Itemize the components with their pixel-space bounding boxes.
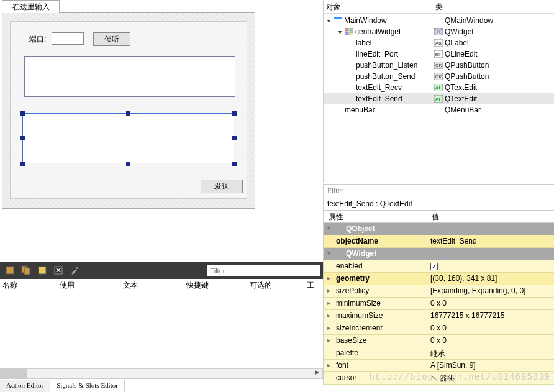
prop-expand-icon[interactable]: ▸ [324,335,334,347]
object-name: menuBar [345,106,375,114]
action-filter-input[interactable] [207,265,320,276]
prop-value[interactable]: A [SimSun, 9] [427,360,554,371]
prop-expand-icon[interactable]: ▸ [324,285,334,297]
port-label: 端口: [29,34,46,45]
prop-expand-icon[interactable]: ▸ [324,273,334,285]
resize-handle[interactable] [232,136,237,140]
tree-row[interactable]: menuBarQMenuBar [324,104,554,116]
property-row[interactable]: cursor↖ 箭头 [324,372,554,385]
property-row[interactable]: ▸geometry[(30, 160), 341 x 81] [324,273,554,285]
tree-expand-icon[interactable]: ▾ [327,17,334,24]
col-optional[interactable]: 可选的 [250,279,307,291]
property-row[interactable]: objectNametextEdit_Send [324,235,554,248]
property-row[interactable]: ▾QObject [324,223,554,235]
send-button[interactable]: 发送 [201,180,243,193]
resize-handle[interactable] [20,162,25,166]
prop-value[interactable]: [Expanding, Expanding, 0, 0] [427,285,554,297]
prop-expand-icon[interactable]: ▸ [324,310,334,322]
resize-handle[interactable] [126,111,130,116]
resize-handle[interactable] [20,136,25,140]
svg-text:OK: OK [435,75,442,79]
textedit-send[interactable] [22,113,234,163]
form-designer: 在这里输入 端口: 侦听 发送 [0,0,323,248]
prop-value[interactable]: textEdit_Send [427,235,554,247]
property-row[interactable]: palette继承 [324,347,554,360]
tree-row[interactable]: textEdit_SendAIQTextEdit [324,93,554,104]
property-filter-input[interactable]: Filter [324,185,554,198]
scroll-right-icon[interactable]: ▶ [312,369,322,378]
tree-row[interactable]: ▾MainWindowQMainWindow [324,15,554,26]
property-row[interactable]: ▾QWidget [324,248,554,260]
svg-text:abI: abI [435,52,441,57]
prop-value[interactable]: 继承 [427,347,554,359]
settings-icon[interactable] [70,265,79,275]
new-action-icon[interactable] [5,265,15,275]
class-icon: AI [434,94,443,103]
property-row[interactable]: ▸maximumSize16777215 x 16777215 [324,310,554,322]
tree-row[interactable]: pushButton_ListenOKQPushButton [324,60,554,71]
resize-handle[interactable] [232,162,237,166]
inspector-col-object[interactable]: 对象 [326,2,435,11]
listen-button[interactable]: 侦听 [93,32,130,46]
prop-expand-icon[interactable] [324,372,334,384]
prop-expand-icon[interactable]: ▸ [324,322,334,334]
prop-expand-icon[interactable] [324,260,334,272]
prop-value[interactable]: 16777215 x 16777215 [427,310,554,322]
textedit-recv[interactable] [24,56,235,97]
prop-value[interactable]: 0 x 0 [427,298,554,309]
bottom-tabs: Action Editor Signals & Slots Editor [0,380,323,392]
tree-expand-icon[interactable]: ▾ [338,29,345,35]
property-row[interactable]: ▸fontA [SimSun, 9] [324,360,554,372]
tree-row[interactable]: ▾centralWidgetQWidget [324,26,554,37]
tab-action-editor[interactable]: Action Editor [0,380,50,392]
prop-expand-icon[interactable] [324,347,334,359]
col-use[interactable]: 使用 [60,279,123,291]
object-tree[interactable]: ▾MainWindowQMainWindow▾centralWidgetQWid… [324,14,554,117]
prop-value[interactable]: ✓ [427,260,554,272]
copy-action-icon[interactable] [21,265,31,275]
paste-action-icon[interactable] [37,265,47,275]
tab-signals-slots[interactable]: Signals & Slots Editor [50,380,125,392]
prop-value[interactable]: ↖ 箭头 [427,372,554,384]
prop-expand-icon[interactable]: ▸ [324,298,334,309]
prop-expand-icon[interactable]: ▸ [324,360,334,371]
prop-col-attr[interactable]: 属性 [324,211,427,222]
class-icon [434,27,443,36]
property-row[interactable]: ▸baseSize0 x 0 [324,335,554,347]
svg-rect-7 [334,17,342,19]
lineedit-port[interactable] [52,32,84,45]
property-row[interactable]: ▸sizePolicy[Expanding, Expanding, 0, 0] [324,285,554,298]
prop-col-val[interactable]: 值 [427,211,444,222]
prop-value[interactable]: [(30, 160), 341 x 81] [427,273,554,285]
resize-handle[interactable] [232,111,237,116]
col-text[interactable]: 文本 [123,279,186,291]
tree-row[interactable]: lineEdit_PortabIQLineEdit [324,48,554,60]
property-list[interactable]: ▾QObjectobjectNametextEdit_Send▾QWidgete… [324,223,554,385]
central-widget-tab[interactable]: 在这里输入 [2,0,60,13]
resize-handle[interactable] [20,111,25,116]
scrollbar-thumb[interactable] [1,369,27,378]
group-expand-icon[interactable]: ▾ [324,223,334,235]
delete-action-icon[interactable] [53,265,63,275]
col-tool[interactable]: 工 [307,279,314,291]
design-canvas[interactable]: 端口: 侦听 发送 [2,12,255,209]
col-shortcut[interactable]: 快捷键 [186,279,250,291]
property-row[interactable]: ▸sizeIncrement0 x 0 [324,322,554,335]
resize-handle[interactable] [126,162,130,166]
class-icon: Aa [434,39,443,47]
group-expand-icon[interactable]: ▾ [324,248,334,260]
prop-value[interactable]: 0 x 0 [427,335,554,347]
horizontal-scrollbar[interactable]: ▶ [0,368,323,379]
prop-expand-icon[interactable] [324,235,334,247]
svg-point-5 [76,267,78,269]
tree-row[interactable]: labelAaQLabel [324,37,554,48]
enabled-checkbox[interactable]: ✓ [430,263,438,270]
tree-row[interactable]: pushButton_SendOKQPushButton [324,71,554,82]
property-row[interactable]: ▸minimumSize0 x 0 [324,298,554,310]
class-name: QLabel [445,39,469,47]
property-row[interactable]: enabled✓ [324,260,554,273]
tree-row[interactable]: textEdit_RecvAIQTextEdit [324,82,554,93]
prop-value[interactable]: 0 x 0 [427,322,554,334]
inspector-col-class[interactable]: 类 [435,2,443,11]
col-name[interactable]: 名称 [2,279,60,291]
